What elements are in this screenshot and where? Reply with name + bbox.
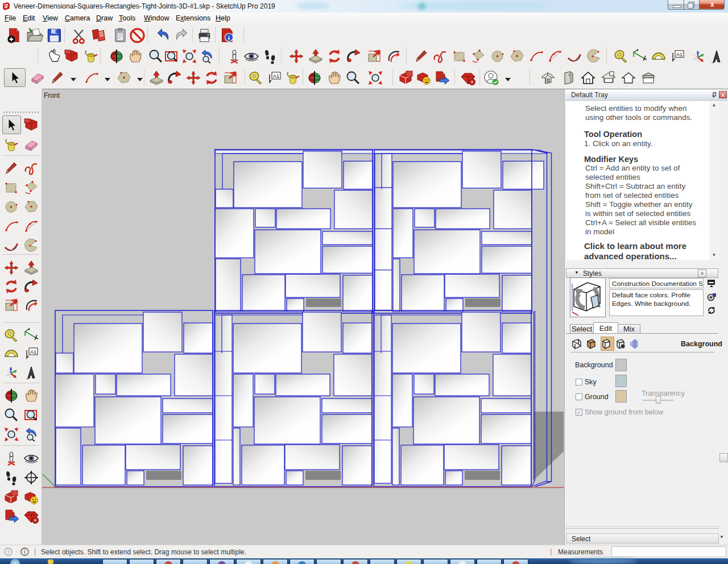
svg-text:?: ?	[7, 549, 10, 555]
svg-text:A1: A1	[676, 52, 682, 57]
svg-text:A1: A1	[273, 73, 279, 79]
svg-text:i: i	[24, 549, 25, 555]
svg-text:A1: A1	[30, 349, 36, 355]
